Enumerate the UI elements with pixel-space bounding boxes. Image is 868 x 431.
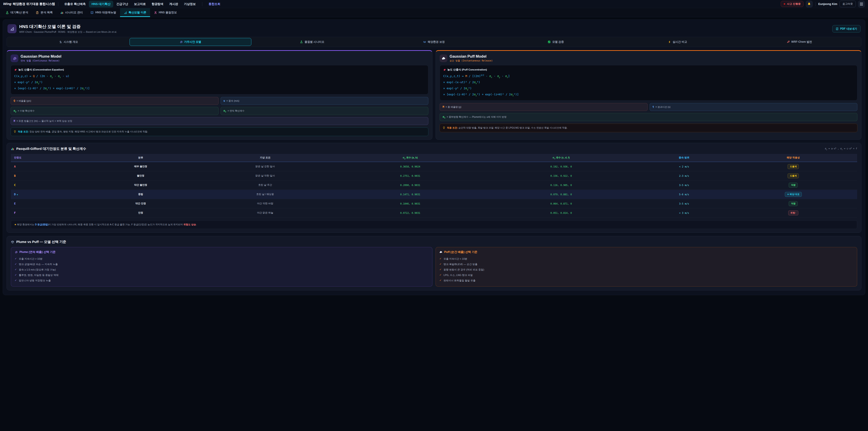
applicability-badge: 적합 xyxy=(789,183,798,188)
export-book-icon xyxy=(836,27,839,30)
plume-equation-header: 농도 산출식 (Concentration Equation) xyxy=(14,68,425,71)
param-wind-speed: u = 풍속 (m/s) xyxy=(221,97,429,105)
tab-model-validation[interactable]: 모델 검증 xyxy=(495,38,617,46)
check-icon: ✓ xyxy=(439,257,441,260)
sigma-z-cell: 0.116, 0.905, 0 xyxy=(484,180,639,190)
subnav-scenario-management[interactable]: 시나리오 관리 xyxy=(57,8,87,17)
check-icon: ✓ xyxy=(15,274,17,277)
subnav-label: 분석 목록 xyxy=(40,11,53,14)
subnav-label: 확산모델 이론 xyxy=(129,11,146,14)
menu-button[interactable] xyxy=(858,1,865,7)
tab-wrf-chem[interactable]: WRF-Chem 발전 xyxy=(739,38,860,46)
subnav-hns-substance-info[interactable]: HNS 물질정보 xyxy=(150,8,181,17)
note-text: 정상 상태 연속 배출, 균일 풍속, 평탄 지형. 해양 HNS 사고에서 탱… xyxy=(29,130,148,133)
table-row-E: E 약간 안정 야간 약한 바람 0.1046, 0.9031 0.064, 0… xyxy=(11,199,857,208)
incident-label: 사고 진행중 xyxy=(787,2,801,6)
page-header: HNS 대기확산 모델 이론 및 검증 WRF-Chem · Gaussian … xyxy=(6,23,862,37)
logo-text: 해양환경 위기대응 통합시스템 xyxy=(13,2,55,6)
class-cell: 매우 불안정 xyxy=(88,162,193,171)
puff-parameters: M = 총 배출량 (g) t = 경과시간 (s) σx = 풍하방향 확산계… xyxy=(440,103,857,121)
subnav-hns-manual[interactable]: HNS 대응매뉴얼 xyxy=(87,8,120,17)
nav-item-oil-spill[interactable]: 유출유 확산예측 xyxy=(61,1,88,7)
grade-cell: B xyxy=(11,171,88,180)
param-total-mass: M = 총 배출량 (g) xyxy=(440,103,648,111)
plume-icon-tile xyxy=(11,55,18,62)
subnav-model-theory[interactable]: 확산모델 이론 xyxy=(120,8,150,17)
nav-item-integrated-search[interactable]: 통합조회 xyxy=(206,1,223,7)
gaussian-plume-card: Gaussian Plume Model 연속 방출 (Continuous R… xyxy=(6,50,432,140)
sigma-y-cell: 0.0722, 0.9031 xyxy=(337,208,484,217)
puff-application-note: 적용 조건: 순간적 대량 방출, 폭발·탱크 파열. 해양 사고 중 LPG/… xyxy=(440,124,857,132)
col-class: 분류 xyxy=(88,154,193,162)
col-weather: 기상 조건 xyxy=(193,154,337,162)
book-icon xyxy=(90,11,94,14)
equation-title: 농도 산출식 (Concentration Equation) xyxy=(18,68,64,71)
weather-cell: 흐린 날 주간 xyxy=(193,180,337,190)
class-cell: 불안정 xyxy=(88,171,193,180)
stability-table-card: Pasquill-Gifford 대기안정도 분류 및 확산계수 σy = a·… xyxy=(6,143,862,233)
equation-line: × exp(-y² / 2σy²) xyxy=(14,79,425,86)
plume-equation-panel: 농도 산출식 (Concentration Equation) C(x,y,z)… xyxy=(11,65,428,94)
selection-title: Plume vs Puff — 모델 선택 기준 xyxy=(16,240,66,244)
table-row-B: B 불안정 맑은 날 약한 일사 0.2751, 0.9031 0.156, 0… xyxy=(11,171,857,180)
tab-label: 물질별 시나리오 xyxy=(305,40,324,44)
nav-item-hns-diffusion[interactable]: HNS·대기확산 xyxy=(89,1,113,7)
tab-gaussian-model[interactable]: 가우시안 모델 xyxy=(129,38,251,46)
scales-icon xyxy=(11,240,14,244)
col-grade: 안정도 xyxy=(11,154,88,162)
criteria-item: ✓LPG, 수소, LNG 탱크 파열 xyxy=(439,273,853,278)
bulb-icon xyxy=(442,126,445,129)
selection-section-header: Plume vs Puff — 모델 선택 기준 xyxy=(11,240,857,244)
check-icon: ✓ xyxy=(15,268,17,271)
grade-cell: F xyxy=(11,208,88,217)
check-icon: ✓ xyxy=(15,263,17,266)
col-sigma-y: σy 계수 (a, b) xyxy=(337,154,484,162)
incident-status-badge[interactable]: 사고 진행중 xyxy=(781,1,804,7)
sigma-z-cell: 0.079, 0.881, 0 xyxy=(484,190,639,199)
flask-icon xyxy=(300,40,303,43)
weather-cell: 맑은 날 강한 일사 xyxy=(193,162,337,171)
user-name: Eunjeong Kim xyxy=(818,2,837,6)
param-desc: = 수평 확산계수 xyxy=(18,110,35,113)
nav-item-reports[interactable]: 보고자료 xyxy=(131,1,149,7)
plume-card-header: Gaussian Plume Model 연속 방출 (Continuous R… xyxy=(11,54,428,62)
tab-system-overview[interactable]: 시스템 개요 xyxy=(8,38,129,46)
subnav-diffusion-analysis[interactable]: 대기확산 분석 xyxy=(2,8,32,17)
microscope-icon xyxy=(59,40,62,43)
check-square-icon xyxy=(548,40,551,43)
bar-chart-icon xyxy=(11,147,14,151)
nav-item-weather[interactable]: 기상정보 xyxy=(181,1,198,7)
sigma-y-cell: 0.1046, 0.9031 xyxy=(337,199,484,208)
check-icon: ✓ xyxy=(15,257,17,260)
subnav-analysis-list[interactable]: 분석 목록 xyxy=(32,8,56,17)
chart-icon xyxy=(60,11,64,14)
stability-section-header: Pasquill-Gifford 대기안정도 분류 및 확산계수 σy = a·… xyxy=(11,147,857,151)
tab-realtime-comparison[interactable]: 실시간 비교 xyxy=(617,38,739,46)
criteria-item: ✓풍향 변동이 큰 경우 (여러 퍼프 중첩) xyxy=(439,267,853,273)
tab-substance-scenarios[interactable]: 물질별 시나리오 xyxy=(251,38,373,46)
table-row-C: C 약간 불안정 흐린 날 주간 0.2090, 0.9031 0.116, 0… xyxy=(11,180,857,190)
tab-marine-correction[interactable]: 해양환경 보정 xyxy=(373,38,495,46)
criteria-item: ✓탱크 균열/배관 파손 — 지속적 누출 xyxy=(15,262,429,267)
pdf-export-button[interactable]: PDF 내보내기 xyxy=(832,25,861,33)
criteria-item: ✓유출 지속시간 > 10분 xyxy=(15,256,429,262)
puff-card-header: Gaussian Puff Model 순간 방출 (Instantaneous… xyxy=(440,54,857,62)
nav-item-rescue[interactable]: 긴급구난 xyxy=(114,1,131,7)
logout-button[interactable]: 로그아웃 xyxy=(839,1,856,7)
notifications-button[interactable] xyxy=(806,1,813,7)
table-header-row: 안정도 분류 기상 조건 σy 계수 (a, b) σz 계수 (c, d, f… xyxy=(11,154,857,162)
wave-icon xyxy=(423,40,426,43)
nav-item-board[interactable]: 게시판 xyxy=(166,1,181,7)
note-label: 적용 조건: xyxy=(447,126,458,129)
nav-item-air-search[interactable]: 항공탐색 xyxy=(149,1,166,7)
dna-icon xyxy=(154,11,157,14)
wind-cell: 5-6 m/s xyxy=(639,190,730,199)
col-sigma-z: σz 계수 (c, d, f) xyxy=(484,154,639,162)
subnav-label: HNS 물질정보 xyxy=(159,11,177,14)
weather-cell: 흐린 날 / 해상풍 xyxy=(193,190,337,199)
plume-criteria-box: Plume (연속 배출) 선택 기준 ✓유출 지속시간 > 10분 ✓탱크 균… xyxy=(11,247,432,286)
app-logo[interactable]: Wing 해양환경 위기대응 통합시스템 xyxy=(3,2,55,6)
sigma-y-cell: 0.2090, 0.9031 xyxy=(337,180,484,190)
sigma-z-cell: 0.156, 0.922, 0 xyxy=(484,171,639,180)
param-elapsed-time: t = 경과시간 (s) xyxy=(650,103,858,111)
